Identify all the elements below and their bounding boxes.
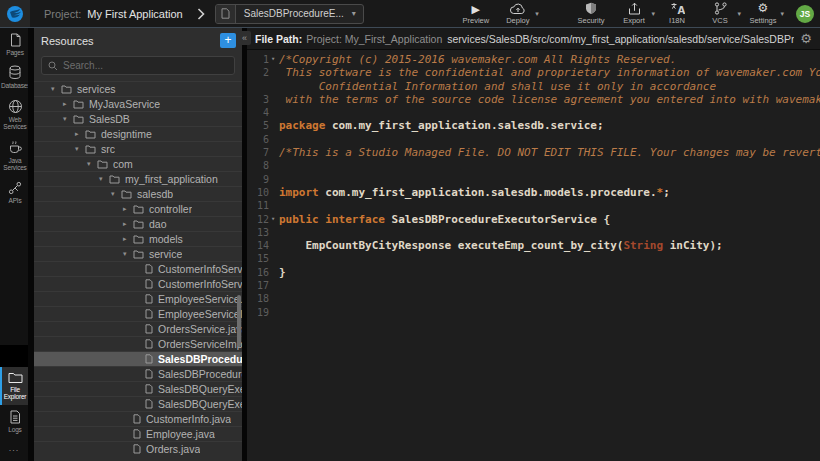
- vcs-button[interactable]: VCS ▾: [703, 2, 737, 25]
- code-line[interactable]: 12▾public interface SalesDBProcedureExec…: [247, 213, 820, 226]
- preview-button[interactable]: ▶ Preview: [459, 2, 493, 25]
- tree-item-ordersserviceimpl-java[interactable]: OrdersServiceImpl.java: [34, 336, 242, 351]
- code-line[interactable]: 4: [247, 106, 820, 119]
- deploy-label: Deploy: [506, 16, 529, 25]
- sidebar-item-pages[interactable]: Pages: [0, 28, 28, 60]
- code-line[interactable]: 3 with the terms of the source code lice…: [247, 93, 820, 106]
- chevron-right-icon[interactable]: ▸: [123, 235, 133, 243]
- file-path-bar: File Path: Project: My_First_Application…: [247, 28, 820, 50]
- tree-item-employeeservice-java[interactable]: EmployeeService.java: [34, 291, 242, 306]
- chevron-down-icon[interactable]: ▾: [63, 115, 73, 123]
- tree-item-ordersservice-java[interactable]: OrdersService.java: [34, 321, 242, 336]
- fold-icon[interactable]: ▾: [269, 213, 277, 226]
- code-line[interactable]: 15: [247, 252, 820, 265]
- user-avatar[interactable]: JS: [796, 5, 814, 23]
- fold-slot: [269, 226, 277, 239]
- i18n-button[interactable]: A I18N: [660, 2, 694, 25]
- code-text: public interface SalesDBProcedureExecuto…: [277, 213, 610, 226]
- code-editor: File Path: Project: My_First_Application…: [247, 28, 820, 461]
- chevron-down-icon[interactable]: ▾: [99, 175, 109, 183]
- sidebar-item-file-explorer[interactable]: File Explorer: [0, 367, 28, 405]
- folder-icon: [109, 175, 120, 184]
- chevron-down-icon[interactable]: ▾: [51, 85, 61, 93]
- line-gutter: 15: [247, 252, 277, 265]
- code-line[interactable]: 7/*This is a Studio Managed File. DO NOT…: [247, 146, 820, 159]
- chevron-down-icon[interactable]: ▾: [123, 250, 133, 258]
- tree-item-customerinfoserviceimpl-java[interactable]: CustomerInfoServiceImpl.java: [34, 276, 242, 291]
- tree-item-salesdbqueryexecutorservice-java[interactable]: SalesDBQueryExecutorService.java: [34, 381, 242, 396]
- code-line[interactable]: 19: [247, 306, 820, 319]
- search-box[interactable]: [41, 56, 235, 75]
- tree-item-orders-java[interactable]: Orders.java: [34, 441, 242, 456]
- code-text: import com.my_first_application.salesdb.…: [277, 186, 670, 199]
- sidebar-label: Java Services: [1, 157, 29, 172]
- tree-item-controller[interactable]: ▸controller: [34, 201, 242, 216]
- code-line[interactable]: 8: [247, 159, 820, 172]
- code-line[interactable]: 17: [247, 279, 820, 292]
- chevron-right-icon[interactable]: ▸: [123, 220, 133, 228]
- line-gutter: 7: [247, 146, 277, 159]
- tree-scrollbar[interactable]: [237, 295, 241, 347]
- sidebar-item-logs[interactable]: Logs: [0, 405, 28, 437]
- settings-button[interactable]: ⚙ Settings ▾: [746, 2, 780, 25]
- sidebar-label: Databases: [1, 82, 29, 89]
- gear-icon[interactable]: ⚙: [800, 31, 812, 46]
- chevron-right-icon[interactable]: ▸: [75, 130, 85, 138]
- code-line[interactable]: 16}: [247, 266, 820, 279]
- tree-item-dao[interactable]: ▸dao: [34, 216, 242, 231]
- code-line[interactable]: 18: [247, 292, 820, 305]
- tree-item-service[interactable]: ▾service: [34, 246, 242, 261]
- code-line[interactable]: Confidential Information and shall use i…: [247, 80, 820, 93]
- add-resource-button[interactable]: +: [220, 33, 236, 48]
- tree-item-salesdbprocedureexecutorservice-java[interactable]: SalesDBProcedureExecutorService.java: [34, 351, 242, 366]
- tree-item-my-first-application[interactable]: ▾my_first_application: [34, 171, 242, 186]
- open-file-dropdown[interactable]: SalesDBProcedureE... ▾: [215, 4, 364, 24]
- chevron-right-icon[interactable]: ▸: [63, 100, 73, 108]
- fold-slot: [269, 119, 277, 132]
- tree-item-myjavaservice[interactable]: ▸MyJavaService: [34, 96, 242, 111]
- chevron-right-icon[interactable]: ▸: [123, 205, 133, 213]
- tree-item-com[interactable]: ▾com: [34, 156, 242, 171]
- collapse-panel-button[interactable]: «: [238, 31, 251, 45]
- export-button[interactable]: Export ▾: [617, 2, 651, 25]
- tree-item-salesdbprocedureexecutorserviceimpl-java[interactable]: SalesDBProcedureExecutorServiceImpl.java: [34, 366, 242, 381]
- code-line[interactable]: 6: [247, 133, 820, 146]
- code-line[interactable]: 2 This software is the confidential and …: [247, 66, 820, 79]
- wavemaker-logo[interactable]: [0, 0, 30, 27]
- fold-icon[interactable]: ▾: [269, 53, 277, 66]
- code-text: [277, 106, 279, 119]
- tree-item-designtime[interactable]: ▸designtime: [34, 126, 242, 141]
- sidebar-item-java-services[interactable]: Java Services: [0, 135, 28, 176]
- sidebar-item-databases[interactable]: Databases: [0, 60, 28, 93]
- fold-slot: [269, 279, 277, 292]
- code-line[interactable]: 1▾/*Copyright (c) 2015-2016 wavemaker.co…: [247, 53, 820, 66]
- tree-item-models[interactable]: ▸models: [34, 231, 242, 246]
- sidebar-item-apis[interactable]: APIs: [0, 176, 28, 208]
- code-line[interactable]: 10import com.my_first_application.salesd…: [247, 186, 820, 199]
- sidebar-more-button[interactable]: ...: [0, 437, 28, 461]
- deploy-button[interactable]: Deploy ▾: [501, 2, 535, 25]
- folder-icon: [133, 205, 144, 214]
- code-line[interactable]: 11: [247, 199, 820, 212]
- search-input[interactable]: [63, 60, 228, 71]
- chevron-down-icon[interactable]: ▾: [111, 190, 121, 198]
- code-line[interactable]: 14 EmpCountByCityResponse executeEmp_cou…: [247, 239, 820, 252]
- tree-item-customerinfo-java[interactable]: CustomerInfo.java: [34, 411, 242, 426]
- i18n-label: I18N: [669, 16, 685, 25]
- tree-item-salesdb[interactable]: ▾salesdb: [34, 186, 242, 201]
- code-line[interactable]: 9: [247, 173, 820, 186]
- tree-item-employee-java[interactable]: Employee.java: [34, 426, 242, 441]
- tree-item-src[interactable]: ▾src: [34, 141, 242, 156]
- code-line[interactable]: 5package com.my_first_application.salesd…: [247, 119, 820, 132]
- security-button[interactable]: Security: [574, 2, 608, 25]
- code-line[interactable]: 13: [247, 226, 820, 239]
- tree-item-salesdb[interactable]: ▾SalesDB: [34, 111, 242, 126]
- tree-item-salesdbqueryexecutorserviceimpl-java[interactable]: SalesDBQueryExecutorServiceImpl.java: [34, 396, 242, 411]
- code-lines[interactable]: 1▾/*Copyright (c) 2015-2016 wavemaker.co…: [247, 50, 820, 461]
- chevron-down-icon[interactable]: ▾: [87, 160, 97, 168]
- chevron-down-icon[interactable]: ▾: [75, 145, 85, 153]
- tree-item-employeeserviceimpl-java[interactable]: EmployeeServiceImpl.java: [34, 306, 242, 321]
- tree-item-customerinfoservice-java[interactable]: CustomerInfoService.java: [34, 261, 242, 276]
- sidebar-item-web-services[interactable]: Web Services: [0, 94, 28, 135]
- tree-item-services[interactable]: ▾services: [34, 81, 242, 96]
